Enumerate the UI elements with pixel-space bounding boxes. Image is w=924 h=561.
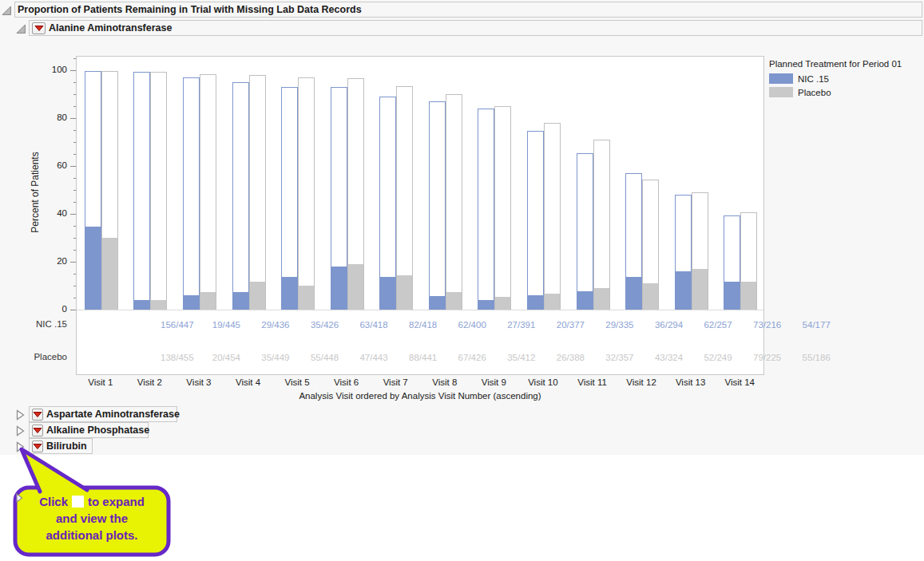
- callout-bubble: Click to expand and view the additional …: [8, 444, 177, 561]
- bar-nic15-visit-5[interactable]: [281, 87, 298, 311]
- section-title-box[interactable]: Aspartate Aminotransferase: [29, 406, 177, 422]
- bar-nic15-visit-6[interactable]: [331, 87, 347, 311]
- x-category-label: Visit 9: [469, 377, 518, 387]
- bar-missing-fill: [528, 295, 543, 310]
- red-triangle-icon: [33, 427, 42, 434]
- callout-line3: additional plots.: [16, 527, 168, 543]
- x-category-label: Visit 5: [272, 377, 322, 387]
- count-label: 62/257: [693, 320, 743, 330]
- bar-missing-fill: [200, 292, 216, 310]
- bar-nic15-visit-8[interactable]: [429, 101, 446, 311]
- bar-placebo-visit-9[interactable]: [494, 106, 511, 310]
- count-label: 20/454: [201, 353, 251, 362]
- bar-nic15-visit-1[interactable]: [85, 71, 101, 310]
- bar-missing-fill: [741, 282, 756, 310]
- bar-missing-fill: [692, 269, 708, 310]
- section-title-box[interactable]: Alkaline Phosphatase: [29, 422, 149, 438]
- legend-entry[interactable]: Placebo: [769, 87, 921, 97]
- x-category-label: Visit 12: [617, 377, 666, 387]
- bar-missing-fill: [134, 300, 149, 310]
- x-axis-labels: Visit 1Visit 2Visit 3Visit 4Visit 5Visit…: [0, 377, 924, 390]
- outline-title-box[interactable]: Proportion of Patients Remaining in Tria…: [14, 2, 922, 18]
- bar-placebo-visit-4[interactable]: [249, 75, 266, 311]
- bar-placebo-visit-10[interactable]: [544, 123, 561, 311]
- table-values-row: 156/44719/44529/43635/42663/41882/41862/…: [153, 320, 841, 336]
- bar-missing-fill: [446, 292, 462, 310]
- bar-missing-fill: [331, 267, 347, 310]
- bar-placebo-visit-12[interactable]: [642, 180, 659, 310]
- bar-nic15-visit-4[interactable]: [232, 82, 249, 310]
- count-label: 88/441: [399, 353, 448, 362]
- bar-nic15-visit-2[interactable]: [133, 72, 150, 310]
- bar-missing-fill: [184, 295, 199, 310]
- bar-placebo-visit-11[interactable]: [593, 140, 610, 310]
- bar-missing-fill: [643, 283, 658, 310]
- table-row-label-placebo: Placebo: [2, 352, 72, 361]
- bar-placebo-visit-5[interactable]: [298, 77, 315, 310]
- outline-header-main: Proportion of Patients Remaining in Tria…: [2, 2, 922, 18]
- bar-nic15-visit-13[interactable]: [675, 195, 692, 310]
- y-tick: [70, 70, 76, 71]
- bar-placebo-visit-13[interactable]: [692, 192, 708, 311]
- count-label: 29/436: [251, 320, 300, 330]
- bar-missing-fill: [85, 227, 101, 310]
- count-label: 79/225: [743, 353, 792, 362]
- red-triangle-menu-button[interactable]: [32, 425, 43, 437]
- bar-placebo-visit-7[interactable]: [396, 86, 413, 310]
- count-label: 138/455: [153, 353, 202, 362]
- bar-missing-fill: [397, 275, 412, 310]
- collapse-toggle-icon[interactable]: [2, 5, 12, 15]
- expand-toggle-icon[interactable]: [16, 425, 26, 436]
- bar-nic15-visit-14[interactable]: [724, 215, 740, 310]
- x-category-label: Visit 11: [568, 377, 617, 387]
- bar-missing-fill: [577, 291, 593, 310]
- expand-toggle-icon[interactable]: [16, 409, 26, 420]
- red-triangle-icon: [33, 411, 42, 418]
- bar-nic15-visit-12[interactable]: [625, 173, 642, 311]
- count-label: 62/400: [447, 320, 497, 330]
- bar-nic15-visit-3[interactable]: [183, 77, 200, 311]
- report-area: Proportion of Patients Remaining in Tria…: [0, 0, 924, 455]
- count-label: 67/426: [447, 353, 497, 362]
- y-tick-label: 100: [42, 65, 67, 74]
- table-row-label-nic: NIC .15: [2, 319, 72, 329]
- x-category-label: Visit 2: [125, 377, 174, 387]
- count-label: 73/216: [743, 320, 792, 330]
- zero-baseline: [77, 310, 763, 310]
- bar-placebo-visit-2[interactable]: [150, 72, 167, 310]
- legend-entry[interactable]: NIC .15: [769, 73, 921, 84]
- bar-nic15-visit-11[interactable]: [577, 153, 593, 310]
- count-label: 156/447: [153, 320, 202, 330]
- section-title-box[interactable]: Alanine Aminotransferase: [29, 20, 922, 36]
- bar-placebo-visit-1[interactable]: [101, 71, 118, 310]
- collapse-toggle-icon[interactable]: [16, 23, 26, 34]
- bar-placebo-visit-14[interactable]: [740, 212, 757, 310]
- legend-label: NIC .15: [798, 74, 829, 84]
- bar-placebo-visit-8[interactable]: [446, 94, 462, 311]
- x-category-label: Visit 8: [420, 377, 470, 387]
- bar-nic15-visit-7[interactable]: [379, 97, 396, 311]
- legend-swatch: [769, 73, 793, 84]
- plot-region: [77, 57, 763, 310]
- bar-missing-fill: [282, 277, 297, 310]
- bar-nic15-visit-9[interactable]: [478, 109, 494, 310]
- y-tick-label: 80: [42, 113, 67, 122]
- callout-line1-pre: Click: [39, 493, 68, 510]
- red-triangle-menu-button[interactable]: [32, 22, 46, 34]
- x-category-label: Visit 14: [715, 377, 764, 387]
- y-tick-label: 20: [42, 256, 67, 266]
- count-label: 20/377: [545, 320, 595, 330]
- bar-missing-fill: [478, 300, 494, 310]
- count-label: 32/357: [595, 353, 644, 362]
- outline-header-alkaline: Alkaline Phosphatase: [16, 422, 149, 438]
- red-triangle-menu-button[interactable]: [32, 409, 43, 421]
- y-tick: [70, 310, 76, 310]
- bar-nic15-visit-10[interactable]: [527, 131, 544, 310]
- bar-missing-fill: [724, 282, 740, 310]
- bar-placebo-visit-3[interactable]: [200, 74, 216, 310]
- count-label: 29/335: [595, 320, 644, 330]
- bar-placebo-visit-6[interactable]: [347, 78, 364, 310]
- bar-missing-fill: [495, 297, 510, 310]
- outline-header-aspartate: Aspartate Aminotransferase: [16, 406, 177, 422]
- count-label: 82/418: [399, 320, 448, 330]
